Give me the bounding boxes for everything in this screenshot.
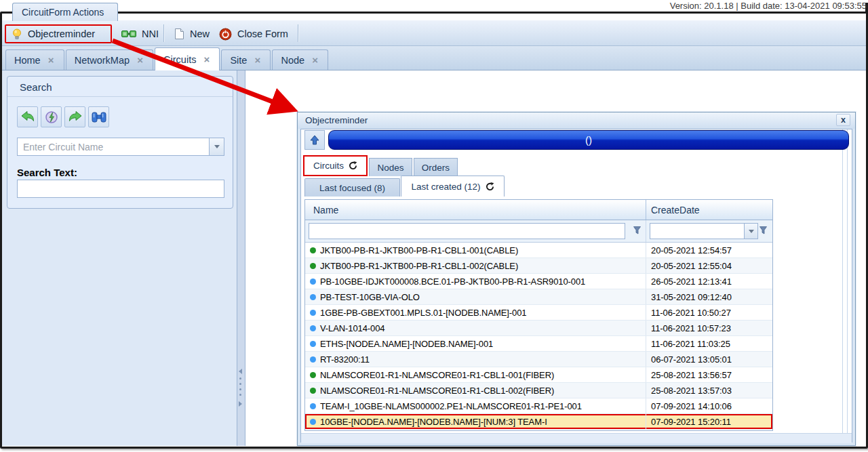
status-dot-icon [310,356,316,363]
subtab-label: Last created (12) [411,182,480,192]
tab-label: Circuits [163,54,196,65]
tab-circuits[interactable]: Circuits [155,47,220,70]
status-dot-icon [310,325,316,331]
circuit-name-input[interactable] [18,138,213,155]
tab-label: NetworkMap [75,55,130,66]
tab-close-icon[interactable] [136,56,144,64]
table-row[interactable]: NLAMSCORE01-R1-NLAMSCORE01-R1-CBL1-001(F… [305,367,772,383]
table-row[interactable]: RT-83200:1106-07-2021 13:05:01 [305,352,772,367]
toolbar-separator [163,24,164,42]
status-dot-icon [310,247,316,253]
window-tab-circuitform-actions[interactable]: CircuitForm Actions [12,3,118,21]
create-date: 06-07-2021 13:05:01 [646,352,772,367]
table-row[interactable]: TEAM-I_10GBE-NLAMS000002.PE1-NLAMSCORE01… [305,398,772,414]
refresh-globe-icon [45,110,58,124]
close-form-button[interactable]: Close Form [214,25,294,43]
nni-button[interactable]: NNI [116,25,164,43]
table-row[interactable]: JKTB00-PB-R1-JKTB00-PB-R1-CBL1-001(CABLE… [305,243,772,258]
chevron-down-icon [214,145,220,148]
grid-rows: JKTB00-PB-R1-JKTB00-PB-R1-CBL1-001(CABLE… [305,243,772,430]
chevron-down-icon [749,230,754,233]
selection-bar[interactable]: () [328,130,849,150]
name-filter-input[interactable] [309,223,625,239]
status-dot-icon [310,372,316,378]
circuit-name: 10GBE-[NODEA.NAME]-[NODEB.NAME]-[NUM:3] … [320,417,547,427]
table-row[interactable]: PB-TEST-10GB-VIA-OLO31-05-2021 09:12:40 [305,289,772,305]
splitter-collapse-handle[interactable] [239,369,242,407]
create-date: 25-08-2021 13:57:03 [646,383,772,398]
refresh-icon[interactable] [349,161,357,170]
close-form-label: Close Form [237,28,288,39]
tab-label: Site [230,55,247,66]
column-header-name[interactable]: Name [305,200,646,220]
filter-funnel-icon[interactable] [760,226,767,234]
window-tab-label: CircuitForm Actions [22,7,104,18]
tab-close-icon[interactable] [253,56,262,64]
circuit-name: 1GBE-PB-GBEXT001.MPLS.01-[NODEB.NAME]-00… [320,308,526,318]
create-date: 11-06-2021 10:57:23 [646,321,772,335]
table-row[interactable]: JKTB00-PB-R1-JKTB00-PB-R1-CBL1-002(CABLE… [305,258,772,274]
popup-tab-nodes[interactable]: Nodes [369,158,412,176]
create-date: 11-06-2021 11:03:25 [646,336,772,351]
panel-splitter[interactable] [237,70,245,446]
table-row[interactable]: 10GBE-[NODEA.NAME]-[NODEB.NAME]-[NUM:3] … [305,414,772,430]
status-dot-icon [310,310,316,316]
date-filter-combobox[interactable] [650,223,758,239]
popup-titlebar[interactable]: Objectreminder x [298,112,855,129]
close-form-power-icon [219,28,232,41]
binoculars-icon [92,111,106,123]
table-row[interactable]: PB-10GBE-IDJKT000008.BCE.01-PB-JKTB00-PB… [305,274,772,289]
undo-button[interactable] [17,106,38,127]
circuit-name: JKTB00-PB-R1-JKTB00-PB-R1-CBL1-001(CABLE… [320,245,518,255]
table-row[interactable]: ETHS-[NODEA.NAME]-[NODEB.NAME]-00111-06-… [305,336,772,352]
refresh-icon[interactable] [486,182,494,191]
search-text-label: Search Text: [17,167,77,178]
circuit-name: NLAMSCORE01-R1-NLAMSCORE01-R1-CBL1-001(F… [320,370,554,380]
column-header-createdate[interactable]: CreateDate [646,200,772,220]
create-date: 26-05-2021 12:13:41 [646,274,772,289]
collapse-right-icon [239,401,242,407]
popup-tab-circuits[interactable]: Circuits [303,155,368,176]
popup-footer-strip [301,433,852,443]
subtab-last-created[interactable]: Last created (12) [401,176,505,197]
new-button[interactable]: New [169,25,215,43]
circuit-name-combobox[interactable] [17,138,224,156]
inner-border-line [842,129,843,442]
table-row[interactable]: NLAMSCORE01-R1-NLAMSCORE01-R1-CBL1-002(F… [305,383,772,398]
circuit-name: NLAMSCORE01-R1-NLAMSCORE01-R1-CBL1-002(F… [320,386,554,396]
date-filter-dropdown-button[interactable] [744,224,757,239]
circuit-name: V-LAN-1014-004 [320,323,384,333]
tab-networkmap[interactable]: NetworkMap [66,49,153,70]
tab-label: Node [281,55,304,66]
status-dot-icon [310,403,316,409]
selection-bar-text: () [585,134,592,146]
tab-node[interactable]: Node [272,49,328,70]
filter-funnel-icon[interactable] [633,226,641,234]
table-row[interactable]: 1GBE-PB-GBEXT001.MPLS.01-[NODEB.NAME]-00… [305,305,772,321]
grid-header: Name CreateDate [305,200,772,220]
combobox-dropdown-button[interactable] [209,138,224,155]
tab-close-icon[interactable] [202,55,211,64]
refresh-globe-button[interactable] [41,106,62,127]
status-dot-icon [310,263,316,269]
tab-site[interactable]: Site [221,49,271,70]
tab-close-icon[interactable] [311,56,319,64]
objectreminder-button[interactable]: Objectreminder [5,24,112,43]
create-date: 20-05-2021 12:55:04 [646,258,772,273]
search-text-input[interactable] [17,180,224,198]
redo-button[interactable] [64,106,85,127]
search-binoculars-button[interactable] [88,106,109,127]
subtab-last-focused[interactable]: Last focused (8) [304,178,400,197]
table-row[interactable]: V-LAN-1014-00411-06-2021 10:57:23 [305,321,772,336]
undo-arrow-icon [20,110,35,124]
create-date: 31-05-2021 09:12:40 [646,289,772,304]
tab-close-icon[interactable] [47,56,56,64]
up-arrow-button[interactable] [304,130,325,150]
circuit-name: ETHS-[NODEA.NAME]-[NODEB.NAME]-001 [320,339,493,349]
popup-tab-orders[interactable]: Orders [414,158,458,176]
popup-close-button[interactable]: x [836,114,850,126]
version-text: Version: 20.1.18 | Build date: 13-04-202… [670,1,867,11]
grid-filter-row [305,220,772,243]
tab-home[interactable]: Home [5,49,64,70]
nni-connector-icon [121,30,136,38]
